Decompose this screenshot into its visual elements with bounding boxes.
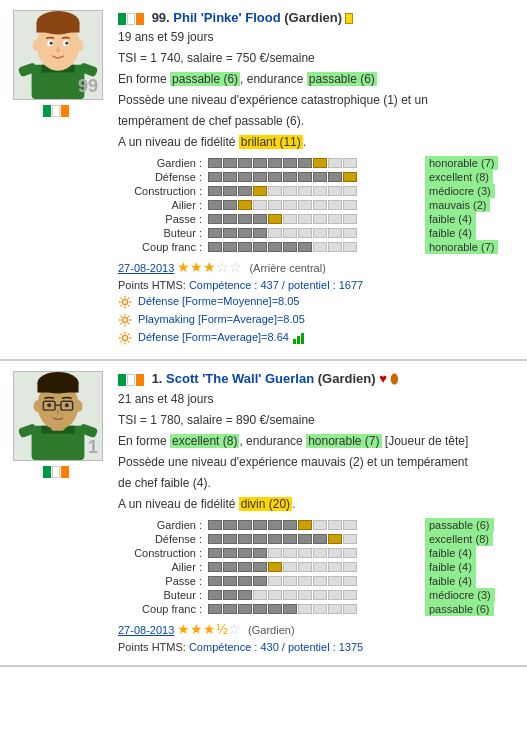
bar-filled (238, 590, 252, 600)
skill-value-badge: faible (4) (425, 574, 476, 588)
svg-point-32 (65, 404, 69, 408)
points-line: Points HTMS: Compétence : 437 / potentie… (118, 279, 519, 291)
bar-empty (298, 228, 312, 238)
bar-filled (253, 158, 267, 168)
analysis-link[interactable]: Défense [Form=Average]=8.64 (138, 331, 289, 343)
player-age: 19 ans et 59 jours (118, 28, 519, 46)
bar-filled (223, 520, 237, 530)
bar-filled (253, 576, 267, 586)
player-rank: 99. (152, 10, 170, 25)
empty-star-icon: ☆ (229, 259, 242, 275)
star-icon: ★ (203, 259, 216, 275)
skill-label: Défense : (118, 533, 208, 545)
bar-filled (238, 534, 252, 544)
bar-filled (268, 242, 282, 252)
player-form: En forme passable (6), endurance passabl… (118, 70, 519, 88)
bar-filled (268, 604, 282, 614)
player-experience2: de chef faible (4). (118, 474, 519, 492)
skill-row: Construction : faible (4) (118, 547, 519, 559)
bar-empty (268, 576, 282, 586)
bar-filled (283, 158, 297, 168)
player-info: 99. Phil 'Pinke' Flood (Gardien) 19 ans … (118, 10, 519, 349)
bar-filled (268, 520, 282, 530)
form-value: excellent (8) (170, 434, 239, 448)
star-icon: ★ (190, 621, 203, 637)
analysis-link[interactable]: Playmaking [Form=Average]=8.05 (138, 313, 305, 325)
bar-filled (253, 562, 267, 572)
bar-filled (238, 562, 252, 572)
date-link[interactable]: 27-08-2013 (118, 624, 174, 636)
skill-row: Buteur : faible (4) (118, 227, 519, 239)
bar-empty (328, 200, 342, 210)
flag-icon (118, 374, 144, 386)
skill-value: excellent (8) (419, 171, 519, 183)
bar-filled (208, 548, 222, 558)
bar-partial (298, 520, 312, 530)
date-link[interactable]: 27-08-2013 (118, 262, 174, 274)
bar-filled (208, 534, 222, 544)
half-star-icon: ½ (216, 621, 228, 637)
bar-empty (313, 228, 327, 238)
heart-icon: ♥ (376, 371, 387, 386)
bar-filled (238, 548, 252, 558)
bar-empty (313, 214, 327, 224)
skill-row: Coup franc : passable (6) (118, 603, 519, 615)
svg-point-17 (122, 336, 127, 341)
flag-icon (43, 105, 69, 117)
skill-value-badge: passable (6) (425, 518, 494, 532)
player-tsi: TSI = 1 780, salaire = 890 €/semaine (118, 411, 519, 429)
bar-empty (313, 242, 327, 252)
skill-value: honorable (7) (419, 241, 519, 253)
bar-empty (328, 214, 342, 224)
bar-empty (313, 576, 327, 586)
skill-label: Coup franc : (118, 603, 208, 615)
star-icon: ★ (177, 621, 190, 637)
bar-filled (253, 228, 267, 238)
analysis-link[interactable]: Défense [Forme=Moyenne]=8.05 (138, 295, 299, 307)
skill-label: Défense : (118, 171, 208, 183)
skill-label: Passe : (118, 213, 208, 225)
bar-empty (283, 576, 297, 586)
svg-point-9 (50, 42, 53, 45)
flag-icon (118, 13, 144, 25)
bar-empty (343, 562, 357, 572)
bar-empty (313, 200, 327, 210)
bar-empty (328, 590, 342, 600)
bar-filled (208, 520, 222, 530)
skill-label: Gardien : (118, 157, 208, 169)
bar-filled (208, 158, 222, 168)
skill-row: Ailier : mauvais (2) (118, 199, 519, 211)
svg-point-15 (122, 299, 127, 304)
skill-value-badge: faible (4) (425, 560, 476, 574)
bar-filled (283, 242, 297, 252)
bar-filled (268, 158, 282, 168)
skill-bar-container (208, 519, 419, 531)
skill-label: Construction : (118, 185, 208, 197)
points-label: Points HTMS: (118, 641, 186, 653)
bar-filled (253, 604, 267, 614)
skill-bar-container (208, 561, 419, 573)
skill-bar-container (208, 589, 419, 601)
bar-empty (343, 548, 357, 558)
bar-filled (208, 604, 222, 614)
competence-link[interactable]: Compétence : 437 / potentiel : 1677 (189, 279, 363, 291)
skill-value-badge: faible (4) (425, 546, 476, 560)
player-name-link[interactable]: Phil 'Pinke' Flood (173, 10, 280, 25)
bar-partial (238, 200, 252, 210)
avatar-image: 1 (13, 371, 103, 461)
svg-point-31 (47, 404, 51, 408)
player-title: 99. Phil 'Pinke' Flood (Gardien) (118, 10, 519, 25)
bar-filled (208, 172, 222, 182)
bar-empty (328, 228, 342, 238)
competence-link[interactable]: Compétence : 430 / potentiel : 1375 (189, 641, 363, 653)
skill-bar-container (208, 227, 419, 239)
skill-value-badge: honorable (7) (425, 156, 498, 170)
skill-value-badge: excellent (8) (425, 170, 493, 184)
player-name-link[interactable]: Scott 'The Wall' Guerlan (166, 371, 314, 386)
bar-empty (268, 200, 282, 210)
bar-filled (253, 534, 267, 544)
bar-empty (268, 228, 282, 238)
bar-empty (283, 200, 297, 210)
star-icon: ★ (203, 621, 216, 637)
gear-icon (118, 313, 132, 327)
